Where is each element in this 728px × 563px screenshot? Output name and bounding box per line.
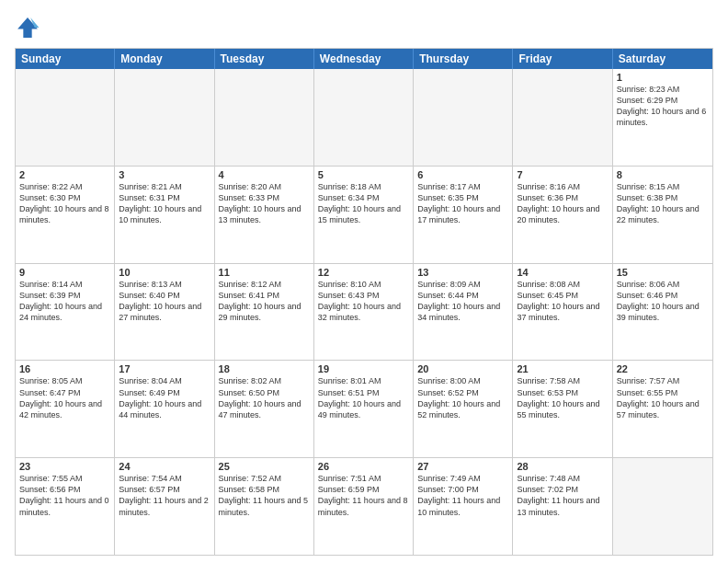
day-info: Sunrise: 8:15 AM Sunset: 6:38 PM Dayligh… xyxy=(617,181,709,226)
day-number: 19 xyxy=(318,363,409,374)
day-number: 7 xyxy=(517,169,608,180)
day-number: 14 xyxy=(517,267,608,278)
day-info: Sunrise: 8:16 AM Sunset: 6:36 PM Dayligh… xyxy=(517,181,608,226)
day-info: Sunrise: 8:05 AM Sunset: 6:47 PM Dayligh… xyxy=(19,375,110,420)
day-info: Sunrise: 7:58 AM Sunset: 6:53 PM Dayligh… xyxy=(517,375,608,420)
day-cell-12: 12Sunrise: 8:10 AM Sunset: 6:43 PM Dayli… xyxy=(314,264,414,361)
header-cell-wednesday: Wednesday xyxy=(314,49,414,69)
day-info: Sunrise: 7:57 AM Sunset: 6:55 PM Dayligh… xyxy=(617,375,709,420)
day-number: 2 xyxy=(19,169,110,180)
day-number: 28 xyxy=(517,461,608,472)
day-cell-19: 19Sunrise: 8:01 AM Sunset: 6:51 PM Dayli… xyxy=(314,361,414,457)
day-cell-17: 17Sunrise: 8:04 AM Sunset: 6:49 PM Dayli… xyxy=(115,361,214,457)
day-number: 8 xyxy=(617,169,709,180)
day-number: 27 xyxy=(417,461,508,472)
day-number: 11 xyxy=(219,267,310,278)
day-number: 20 xyxy=(417,363,508,374)
week-row-3: 16Sunrise: 8:05 AM Sunset: 6:47 PM Dayli… xyxy=(16,361,712,458)
header-cell-saturday: Saturday xyxy=(613,49,712,69)
day-info: Sunrise: 8:04 AM Sunset: 6:49 PM Dayligh… xyxy=(119,375,210,420)
day-info: Sunrise: 8:21 AM Sunset: 6:31 PM Dayligh… xyxy=(119,181,210,226)
header xyxy=(15,15,713,40)
day-info: Sunrise: 8:18 AM Sunset: 6:34 PM Dayligh… xyxy=(318,181,409,226)
day-cell-8: 8Sunrise: 8:15 AM Sunset: 6:38 PM Daylig… xyxy=(613,167,712,263)
day-cell-4: 4Sunrise: 8:20 AM Sunset: 6:33 PM Daylig… xyxy=(215,167,314,263)
day-cell-10: 10Sunrise: 8:13 AM Sunset: 6:40 PM Dayli… xyxy=(115,264,214,361)
day-number: 24 xyxy=(119,461,210,472)
day-info: Sunrise: 7:51 AM Sunset: 6:59 PM Dayligh… xyxy=(318,473,409,518)
day-info: Sunrise: 8:09 AM Sunset: 6:44 PM Dayligh… xyxy=(417,279,508,324)
header-cell-tuesday: Tuesday xyxy=(215,49,314,69)
day-number: 18 xyxy=(219,363,310,374)
day-number: 3 xyxy=(119,169,210,180)
empty-cell xyxy=(513,69,612,166)
day-cell-24: 24Sunrise: 7:54 AM Sunset: 6:57 PM Dayli… xyxy=(115,458,214,555)
day-number: 1 xyxy=(617,72,709,83)
day-info: Sunrise: 7:52 AM Sunset: 6:58 PM Dayligh… xyxy=(219,473,310,518)
logo-icon xyxy=(15,15,40,40)
day-cell-3: 3Sunrise: 8:21 AM Sunset: 6:31 PM Daylig… xyxy=(115,167,214,263)
day-number: 9 xyxy=(19,267,110,278)
week-row-1: 2Sunrise: 8:22 AM Sunset: 6:30 PM Daylig… xyxy=(16,167,712,264)
logo xyxy=(15,15,42,40)
page: SundayMondayTuesdayWednesdayThursdayFrid… xyxy=(0,0,728,563)
day-info: Sunrise: 8:01 AM Sunset: 6:51 PM Dayligh… xyxy=(318,375,409,420)
calendar-header: SundayMondayTuesdayWednesdayThursdayFrid… xyxy=(16,49,712,69)
day-number: 10 xyxy=(119,267,210,278)
header-cell-friday: Friday xyxy=(513,49,612,69)
day-info: Sunrise: 8:14 AM Sunset: 6:39 PM Dayligh… xyxy=(19,279,110,324)
day-info: Sunrise: 7:49 AM Sunset: 7:00 PM Dayligh… xyxy=(417,473,508,518)
empty-cell xyxy=(215,69,314,166)
day-number: 16 xyxy=(19,363,110,374)
day-number: 26 xyxy=(318,461,409,472)
day-number: 4 xyxy=(219,169,310,180)
empty-cell xyxy=(613,458,712,555)
week-row-2: 9Sunrise: 8:14 AM Sunset: 6:39 PM Daylig… xyxy=(16,264,712,362)
day-number: 23 xyxy=(19,461,110,472)
day-number: 6 xyxy=(417,169,508,180)
empty-cell xyxy=(115,69,214,166)
day-number: 21 xyxy=(517,363,608,374)
empty-cell xyxy=(16,69,115,166)
day-cell-15: 15Sunrise: 8:06 AM Sunset: 6:46 PM Dayli… xyxy=(613,264,712,361)
day-number: 12 xyxy=(318,267,409,278)
day-number: 17 xyxy=(119,363,210,374)
day-cell-13: 13Sunrise: 8:09 AM Sunset: 6:44 PM Dayli… xyxy=(414,264,513,361)
day-info: Sunrise: 8:02 AM Sunset: 6:50 PM Dayligh… xyxy=(219,375,310,420)
calendar-body: 1Sunrise: 8:23 AM Sunset: 6:29 PM Daylig… xyxy=(16,69,712,555)
day-number: 25 xyxy=(219,461,310,472)
day-cell-23: 23Sunrise: 7:55 AM Sunset: 6:56 PM Dayli… xyxy=(16,458,115,555)
empty-cell xyxy=(314,69,414,166)
week-row-0: 1Sunrise: 8:23 AM Sunset: 6:29 PM Daylig… xyxy=(16,69,712,167)
day-cell-16: 16Sunrise: 8:05 AM Sunset: 6:47 PM Dayli… xyxy=(16,361,115,457)
day-cell-27: 27Sunrise: 7:49 AM Sunset: 7:00 PM Dayli… xyxy=(414,458,513,555)
day-cell-18: 18Sunrise: 8:02 AM Sunset: 6:50 PM Dayli… xyxy=(215,361,314,457)
day-info: Sunrise: 7:48 AM Sunset: 7:02 PM Dayligh… xyxy=(517,473,608,518)
day-cell-14: 14Sunrise: 8:08 AM Sunset: 6:45 PM Dayli… xyxy=(513,264,612,361)
day-cell-5: 5Sunrise: 8:18 AM Sunset: 6:34 PM Daylig… xyxy=(314,167,414,263)
day-info: Sunrise: 8:20 AM Sunset: 6:33 PM Dayligh… xyxy=(219,181,310,226)
day-info: Sunrise: 8:06 AM Sunset: 6:46 PM Dayligh… xyxy=(617,279,709,324)
day-number: 13 xyxy=(417,267,508,278)
day-number: 15 xyxy=(617,267,709,278)
day-info: Sunrise: 7:54 AM Sunset: 6:57 PM Dayligh… xyxy=(119,473,210,518)
day-cell-11: 11Sunrise: 8:12 AM Sunset: 6:41 PM Dayli… xyxy=(215,264,314,361)
day-info: Sunrise: 8:22 AM Sunset: 6:30 PM Dayligh… xyxy=(19,181,110,226)
day-number: 5 xyxy=(318,169,409,180)
calendar: SundayMondayTuesdayWednesdayThursdayFrid… xyxy=(15,48,713,556)
day-cell-2: 2Sunrise: 8:22 AM Sunset: 6:30 PM Daylig… xyxy=(16,167,115,263)
day-cell-22: 22Sunrise: 7:57 AM Sunset: 6:55 PM Dayli… xyxy=(613,361,712,457)
day-cell-28: 28Sunrise: 7:48 AM Sunset: 7:02 PM Dayli… xyxy=(513,458,612,555)
header-cell-sunday: Sunday xyxy=(16,49,115,69)
day-info: Sunrise: 8:13 AM Sunset: 6:40 PM Dayligh… xyxy=(119,279,210,324)
day-info: Sunrise: 8:17 AM Sunset: 6:35 PM Dayligh… xyxy=(417,181,508,226)
day-cell-20: 20Sunrise: 8:00 AM Sunset: 6:52 PM Dayli… xyxy=(414,361,513,457)
day-info: Sunrise: 7:55 AM Sunset: 6:56 PM Dayligh… xyxy=(19,473,110,518)
day-info: Sunrise: 8:12 AM Sunset: 6:41 PM Dayligh… xyxy=(219,279,310,324)
day-info: Sunrise: 8:08 AM Sunset: 6:45 PM Dayligh… xyxy=(517,279,608,324)
svg-marker-0 xyxy=(17,17,38,38)
day-info: Sunrise: 8:00 AM Sunset: 6:52 PM Dayligh… xyxy=(417,375,508,420)
header-cell-thursday: Thursday xyxy=(414,49,513,69)
day-cell-21: 21Sunrise: 7:58 AM Sunset: 6:53 PM Dayli… xyxy=(513,361,612,457)
day-info: Sunrise: 8:23 AM Sunset: 6:29 PM Dayligh… xyxy=(617,84,709,129)
